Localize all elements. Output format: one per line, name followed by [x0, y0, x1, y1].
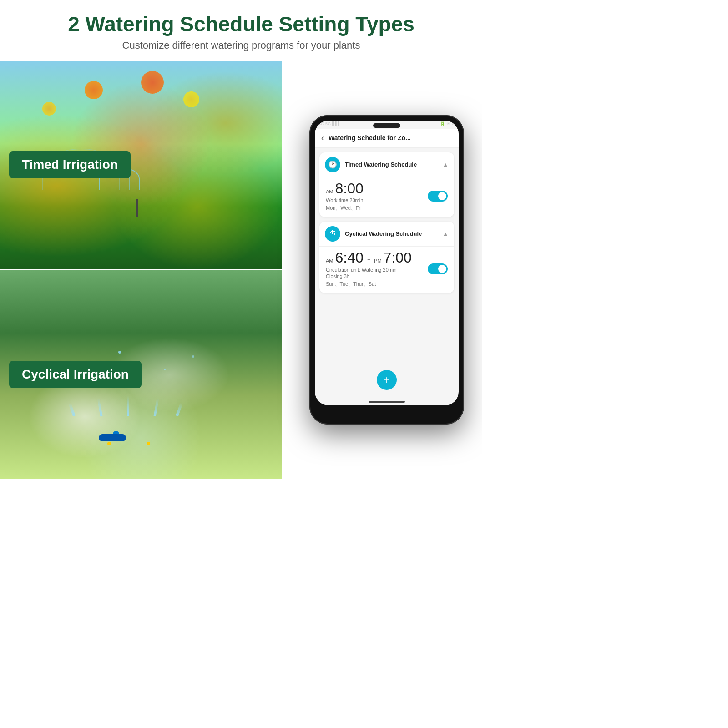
cyclical-chevron-icon[interactable]: ▲ — [442, 230, 449, 238]
timed-schedule-header: 🕐 Timed Watering Schedule ▲ — [319, 152, 454, 177]
page-title: 2 Watering Schedule Setting Types — [18, 13, 464, 36]
page-subtitle: Customize different watering programs fo… — [18, 40, 464, 51]
cyclical-separator: - — [367, 253, 370, 265]
phone: 4G5G▌▌▌ 🔋☀✕ ‹ Watering Schedule for Zo..… — [309, 115, 464, 425]
timed-time-group: AM 8:00 Work time:20min Mon、Wed、Fri — [326, 181, 364, 212]
cyclical-circulation-info: Circulation unit: Watering 20min — [326, 267, 412, 273]
status-right: 🔋☀✕ — [440, 121, 455, 126]
cyclical-time-group: AM 6:40 - PM 7:00 Circulation unit: Wate… — [326, 250, 412, 288]
phone-panel: 4G5G▌▌▌ 🔋☀✕ ‹ Watering Schedule for Zo..… — [291, 61, 482, 479]
timed-time-display: AM 8:00 — [326, 181, 364, 196]
timed-work-time: Work time:20min — [326, 197, 364, 203]
timed-time-row: AM 8:00 Work time:20min Mon、Wed、Fri — [326, 181, 448, 212]
status-left: 4G5G▌▌▌ — [318, 121, 341, 126]
cyclical-end-period: PM — [374, 258, 382, 263]
timer-icon: ⏱ — [329, 230, 336, 238]
phone-screen: 4G5G▌▌▌ 🔋☀✕ ‹ Watering Schedule for Zo..… — [315, 121, 459, 405]
cyclical-schedule-card: ⏱ Cyclical Watering Schedule ▲ AM 6:40 — [319, 222, 454, 293]
phone-bottom-bar — [315, 398, 459, 405]
phone-content: 🕐 Timed Watering Schedule ▲ AM 8:00 — [315, 148, 459, 398]
left-panels: Timed Irrigation Cyclical Irrigation — [0, 61, 282, 479]
cyclical-time-display: AM 6:40 - PM 7:00 — [326, 250, 412, 265]
cyclical-closing-info: Closing 3h — [326, 273, 412, 279]
phone-camera — [373, 123, 400, 128]
timed-chevron-icon[interactable]: ▲ — [442, 161, 449, 168]
cyclical-start-time: 6:40 — [335, 250, 364, 265]
cyclical-time-row: AM 6:40 - PM 7:00 Circulation unit: Wate… — [326, 250, 448, 288]
cyclical-end-time: 7:00 — [384, 250, 412, 265]
cyclical-schedule-title: Cyclical Watering Schedule — [345, 230, 438, 237]
timed-schedule-title: Timed Watering Schedule — [345, 161, 438, 168]
cyclical-irrigation-badge: Cyclical Irrigation — [9, 361, 142, 388]
cyclical-toggle[interactable] — [428, 263, 448, 274]
add-schedule-button[interactable]: + — [377, 370, 397, 390]
timed-time-value: 8:00 — [335, 181, 364, 196]
timed-days: Mon、Wed、Fri — [326, 205, 364, 212]
timed-schedule-body: AM 8:00 Work time:20min Mon、Wed、Fri — [319, 177, 454, 217]
timed-irrigation-panel: Timed Irrigation — [0, 61, 282, 269]
timed-schedule-icon: 🕐 — [325, 157, 340, 172]
cyclical-schedule-header: ⏱ Cyclical Watering Schedule ▲ — [319, 222, 454, 246]
timed-am-pm: AM — [326, 189, 334, 194]
timed-toggle[interactable] — [428, 191, 448, 202]
header: 2 Watering Schedule Setting Types Custom… — [0, 0, 482, 61]
phone-topbar: ‹ Watering Schedule for Zo... — [315, 129, 459, 148]
cyclical-schedule-body: AM 6:40 - PM 7:00 Circulation unit: Wate… — [319, 246, 454, 293]
clock-icon: 🕐 — [328, 160, 337, 169]
timed-irrigation-badge: Timed Irrigation — [9, 151, 131, 178]
back-button[interactable]: ‹ — [321, 133, 324, 143]
cyclical-days: Sun、Tue、Thur、Sat — [326, 281, 412, 288]
cyclical-irrigation-panel: Cyclical Irrigation — [0, 270, 282, 479]
phone-topbar-title: Watering Schedule for Zo... — [329, 134, 411, 142]
spacer — [319, 298, 454, 362]
timed-schedule-card: 🕐 Timed Watering Schedule ▲ AM 8:00 — [319, 152, 454, 217]
home-indicator — [369, 401, 405, 403]
cyclical-schedule-icon: ⏱ — [325, 226, 340, 242]
content-area: Timed Irrigation Cyclical Irrigation — [0, 61, 482, 479]
cyclical-start-period: AM — [326, 258, 334, 263]
